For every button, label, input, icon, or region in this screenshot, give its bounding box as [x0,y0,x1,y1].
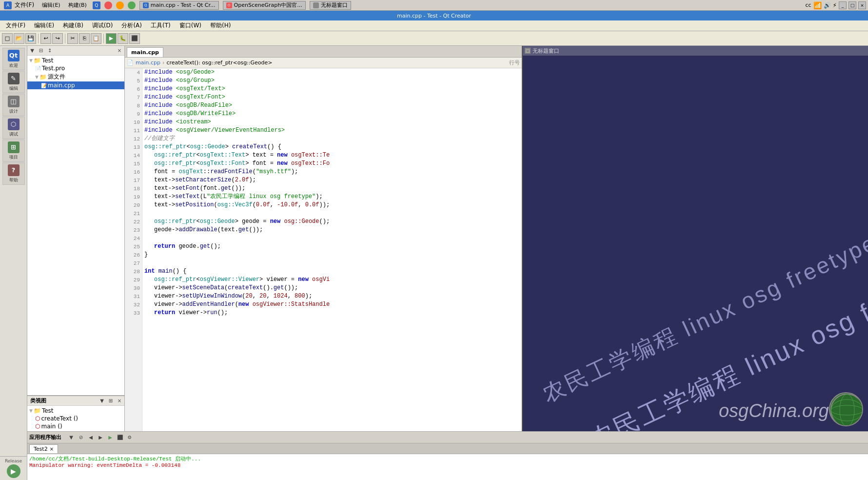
taskbar-window-osg[interactable]: O OpenSceneGraph中国官... [223,1,306,10]
menu-analyze[interactable]: 分析(A) [118,20,146,31]
code-line-12: //创建文字 [144,135,520,143]
output-tabs: Test2 × [27,443,868,454]
preview-close-button[interactable]: □ [525,48,531,54]
osg-icon: O [226,2,232,8]
line-num-13: 13 [125,143,142,151]
sidebar-btn-debug[interactable]: ⬡ 调试 [2,117,25,139]
output-run-btn[interactable]: ▶ [106,434,114,441]
menu-debug[interactable]: 调试(D) [88,20,117,31]
left-sidebar: Qt 欢迎 ✎ 编辑 ◫ 设计 ⬡ 调试 ⊞ 项目 ? 帮助 Release ▶ [0,46,27,480]
code-line-7: #include <osgText/Font> [144,93,520,101]
projects-icon: ⊞ [8,141,20,153]
output-next-btn[interactable]: ▶ [97,434,104,441]
sidebar-btn-welcome[interactable]: Qt 欢迎 [2,48,25,70]
sidebar-btn-design[interactable]: ◫ 设计 [2,94,25,116]
class-tb-close[interactable]: × [116,397,123,405]
output-tab-close[interactable]: × [50,446,54,452]
menu-help[interactable]: 帮助(H) [206,20,235,31]
output-close-btn[interactable]: ⚙ [126,434,134,441]
menu-file[interactable]: 文件(F) [2,20,29,31]
line-num-22: 22 [125,218,142,226]
line-num-30: 30 [125,284,142,292]
class-create-text[interactable]: ⬡ createText () [27,415,124,422]
tb-copy-btn[interactable]: ⎘ [79,33,90,44]
project-main-cpp[interactable]: 📝 main.cpp [27,81,124,89]
code-editor[interactable]: 4 5 6 7 8 9 10 11 12 13 14 15 16 17 [125,68,522,431]
class-tb-expand[interactable]: ⊞ [107,397,115,405]
output-stop-btn[interactable]: ⬛ [116,434,124,441]
sys-window-btn-close[interactable]: × [858,1,866,9]
class-tb-filter[interactable]: ▼ [98,397,106,405]
sys-window-btn-min[interactable]: _ [839,1,847,9]
code-line-10: #include <iostream> [144,118,520,126]
class-main[interactable]: ⬡ main () [27,422,124,430]
tb-open-btn[interactable]: 📂 [14,33,24,44]
main-panels: ▼ ⊟ ↕ × ▼ 📁 Test 📄 Test.pro [27,46,868,480]
preview-titlebar: □ 无标题窗口 [523,46,868,56]
project-sources-label: 源文件 [48,73,65,81]
tb-debug-btn[interactable]: 🐛 [118,33,128,44]
main-cpp-icon: 📝 [41,83,47,88]
project-panel-toolbar: ▼ ⊟ ↕ × [27,46,124,56]
line-num-12: 12 [125,135,142,143]
project-pro-label: Test.pro [42,65,65,72]
sys-system-menu[interactable]: 构建(B) [66,1,89,9]
output-tab-test2[interactable]: Test2 × [29,444,58,453]
tb-paste-btn[interactable]: 📋 [91,33,101,44]
editor-tabs: main.cpp [125,46,522,58]
run-button[interactable]: ▶ [7,464,20,478]
class-root-label: Test [42,407,54,414]
code-content[interactable]: #include <osg/Geode> #include <osg/Group… [142,68,522,431]
code-line-30: viewer->setSceneData(createText().get())… [144,284,520,292]
project-main-cpp-label: main.cpp [48,82,75,89]
menu-edit[interactable]: 编辑(E) [30,20,58,31]
sidebar-btn-projects[interactable]: ⊞ 项目 [2,140,25,162]
output-warning-text: Manipulator warning: eventTimeDelta = -0… [29,462,180,468]
tb-new-btn[interactable]: □ [2,33,13,44]
sidebar-btn-help[interactable]: ? 帮助 [2,162,25,185]
tb-save-btn[interactable]: 💾 [25,33,36,44]
tb-build-btn[interactable]: ▶ [106,33,117,44]
breadcrumb-file: 📄 [127,60,134,66]
output-filter-btn[interactable]: ▼ [67,434,75,441]
code-line-11: #include <osgViewer/ViewerEventHandlers> [144,126,520,135]
editor-tab-main-cpp[interactable]: main.cpp [127,47,163,57]
line-num-29: 29 [125,276,142,284]
output-path-text: /home/cc/文档/Test-build-Desktop-Release/T… [29,456,201,462]
tb-undo-btn[interactable]: ↩ [40,33,51,44]
sys-app-menu[interactable]: A 文件(F) [2,1,36,9]
sidebar-btn-edit[interactable]: ✎ 编辑 [2,71,25,93]
class-create-text-label: createText () [41,415,78,422]
taskbar-window-blank[interactable]: 无标题窗口 [310,1,351,10]
taskbar-window-qt[interactable]: Q main.cpp - Test - Qt Cr... [139,1,219,10]
menu-build[interactable]: 构建(B) [59,20,87,31]
project-sources-folder[interactable]: ▼ 📁 源文件 [27,72,124,81]
sys-position-menu[interactable]: 编辑(E) [40,1,62,9]
tb-stop-btn[interactable]: ⬛ [129,33,140,44]
line-num-31: 31 [125,292,142,300]
osg-globe-icon [829,392,863,426]
menu-window[interactable]: 窗口(W) [176,20,205,31]
line-num-10: 10 [125,118,142,126]
project-tb-sync[interactable]: ↕ [46,47,54,55]
line-num-14: 14 [125,151,142,160]
project-tb-close[interactable]: × [116,47,123,55]
sys-window-btn-max[interactable]: □ [848,1,856,9]
breadcrumb-text: main.cpp [136,60,160,66]
project-root[interactable]: ▼ 📁 Test [27,57,124,64]
code-line-4: #include <osg/Geode> [144,68,520,77]
tb-redo-btn[interactable]: ↪ [52,33,63,44]
output-clear-btn[interactable]: ⊘ [77,434,85,441]
project-tb-filter[interactable]: ▼ [28,47,36,55]
design-icon: ◫ [8,96,20,107]
pro-file-icon: 📄 [35,66,41,71]
line-num-33: 33 [125,309,142,317]
tb-cut-btn[interactable]: ✂ [67,33,78,44]
layout-wrapper: Qt 欢迎 ✎ 编辑 ◫ 设计 ⬡ 调试 ⊞ 项目 ? 帮助 Release ▶ [0,46,868,480]
menu-tools[interactable]: 工具(T) [147,20,175,31]
project-tb-collapse[interactable]: ⊟ [37,47,45,55]
project-pro-file[interactable]: 📄 Test.pro [27,64,124,72]
class-root[interactable]: ▼ 📁 Test [27,407,124,415]
output-prev-btn[interactable]: ◀ [87,434,95,441]
top-panels: ▼ ⊟ ↕ × ▼ 📁 Test 📄 Test.pro [27,46,868,431]
